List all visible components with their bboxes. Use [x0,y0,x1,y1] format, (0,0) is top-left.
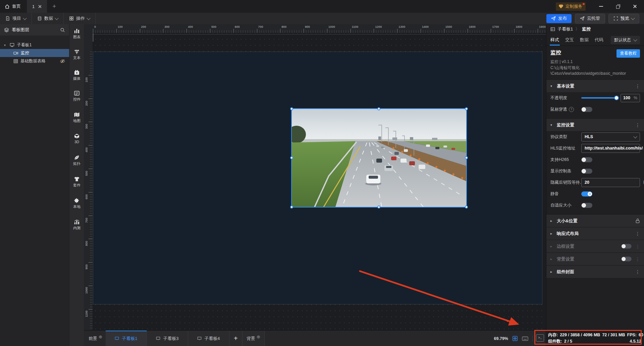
resize-handle-sw[interactable] [290,206,293,209]
chevron-down-icon [631,16,635,20]
resize-handle-n[interactable] [377,107,380,110]
row-opacity: 不透明度 % [546,92,644,104]
tab-data[interactable]: 数据 [580,34,589,46]
foreground-item[interactable]: 前景 ⊕ [84,331,106,346]
tree-item-monitor[interactable]: 监控 [0,49,69,57]
cloud-hosting-button[interactable]: 云托管 [575,14,605,23]
border-toggle[interactable] [621,244,631,249]
help-icon[interactable]: ? [569,107,574,112]
circle-plus-icon[interactable]: ⊕ [257,334,260,339]
tree-item-label: 监控 [21,50,29,56]
opacity-input[interactable]: % [621,94,640,102]
circle-plus-icon[interactable]: ⊕ [99,334,102,339]
restore-button[interactable] [610,0,625,13]
tool-suite[interactable]: 套件 [69,176,84,191]
tool-text[interactable]: 文本 [69,49,84,64]
background-item[interactable]: 背景 ⊕ [243,331,265,346]
resize-handle-nw[interactable] [290,107,293,110]
tool-map[interactable]: 地图 [69,112,84,127]
zoom-level[interactable]: 69.79% [494,336,508,341]
hls-url-value[interactable] [585,146,643,151]
close-button[interactable] [627,0,642,13]
resize-handle-s[interactable] [377,206,380,209]
kebab-menu-icon[interactable]: ⋮ [635,84,640,89]
text-icon [74,49,80,54]
widget-path-line1: C:\山海鲸可视化 [546,65,644,70]
tool-beta[interactable]: 内测 [69,219,84,234]
resize-handle-se[interactable] [465,206,468,209]
section-cover-header[interactable]: ▸ 组件封面 ⋮ [546,266,644,278]
resize-handle-w[interactable] [290,156,293,159]
tab-interaction[interactable]: 交互 [565,34,574,46]
tool-label: 拓扑 [73,161,80,166]
publish-button[interactable]: 发布 [546,14,572,23]
auto-size-toggle[interactable] [581,203,592,208]
tool-topology[interactable]: 拓扑 [69,155,84,170]
view-tutorial-button[interactable]: 查看教程 [616,49,640,58]
document-tab[interactable]: 1 [27,0,47,13]
opacity-slider[interactable] [581,97,616,99]
hls-url-input[interactable] [581,144,640,153]
kebab-menu-icon[interactable]: ⋮ [635,257,640,262]
tree-item-subboard1[interactable]: ▾ 子看板1 [0,41,69,49]
close-tab-icon[interactable] [38,5,42,8]
mouse-through-toggle[interactable] [581,107,592,112]
section-size-position-header[interactable]: ▸ 大小&位置 [546,215,644,227]
fit-screen-icon[interactable] [512,336,518,341]
tab-style[interactable]: 样式 [550,34,559,46]
slider-knob[interactable] [614,96,619,100]
paper-plane-icon [580,16,585,21]
tool-media[interactable]: 媒体 [69,70,84,84]
monitor-video-component[interactable] [292,109,466,207]
section-monitor-header[interactable]: ▾ 监控设置 ⋮ [546,119,644,131]
destroy-wait-input[interactable]: 秒 [581,178,640,187]
tool-charts[interactable]: 图表 [69,28,84,43]
preview-button[interactable]: 预览 [608,14,639,23]
mute-toggle[interactable] [581,191,592,196]
breadcrumb-current: 监控 [582,26,591,32]
menu-data[interactable]: 数据 [32,13,64,24]
add-subboard-button[interactable]: + [229,331,243,346]
bottom-tab-subboard3[interactable]: 子看板3 [147,331,188,346]
section-background-header[interactable]: ▸ 背景设置 ⋮ [546,253,644,265]
background-toggle[interactable] [621,257,631,262]
tool-3d[interactable]: 3D [69,133,84,148]
keyboard-icon[interactable] [522,336,528,341]
topology-icon [74,155,80,160]
resize-handle-e[interactable] [465,156,468,159]
search-icon[interactable] [60,27,65,33]
tree-caret-icon[interactable]: ▾ [4,43,7,47]
lock-icon[interactable] [635,218,640,223]
bottom-tab-subboard4[interactable]: 子看板4 [188,331,229,346]
destroy-wait-value[interactable] [585,180,643,185]
tab-code[interactable]: 代码 [595,34,603,46]
kebab-menu-icon[interactable]: ⋮ [635,244,640,249]
bottom-tab-subboard1[interactable]: 子看板1 [106,331,147,346]
resize-handle-ne[interactable] [465,107,468,110]
kebab-menu-icon[interactable]: ⋮ [635,231,640,236]
kebab-menu-icon[interactable]: ⋮ [635,123,640,127]
custom-service-badge[interactable]: 定制服务 [556,2,586,11]
chevron-down-icon [23,16,26,20]
media-icon [74,70,80,75]
state-select[interactable]: 默认状态 [611,36,640,44]
h265-toggle[interactable] [581,157,592,162]
breadcrumb-parent[interactable]: 子看板1 [557,26,573,32]
section-basic-header[interactable]: ▾ 基本设置 ⋮ [546,80,644,92]
v-ruler: 10020030040050060070080090010001100 [84,33,93,330]
controls-bar-toggle[interactable] [581,169,592,174]
menu-project[interactable]: 项目 [0,13,32,24]
minimize-button[interactable] [594,0,608,13]
new-tab-button[interactable]: + [47,0,61,13]
tree-item-basic-table[interactable]: 基础数据表格 [0,57,69,65]
tool-local[interactable]: 本地 [69,198,84,213]
eye-hidden-icon[interactable] [60,59,65,63]
kebab-menu-icon[interactable]: ⋮ [635,270,640,274]
section-responsive-header[interactable]: ▸ 响应式布局 ⋮ [546,227,644,240]
section-border-header[interactable]: ▸ 边框设置 ⋮ [546,240,644,252]
menu-actions[interactable]: 操作 [64,13,96,24]
opacity-value[interactable] [623,96,632,100]
home-tab[interactable]: 首页 [0,0,27,13]
tool-controls[interactable]: 控件 [69,91,84,105]
protocol-select[interactable]: HLS [581,132,640,141]
